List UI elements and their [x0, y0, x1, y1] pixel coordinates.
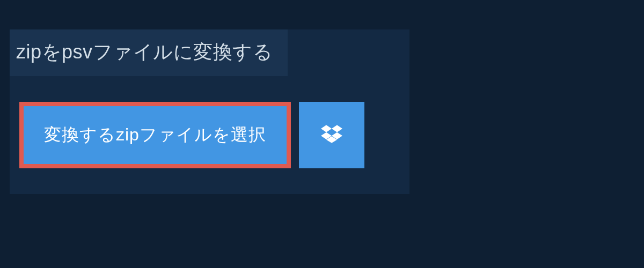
select-file-button[interactable]: 変換するzipファイルを選択	[19, 102, 291, 168]
dropbox-button[interactable]	[299, 102, 364, 168]
dropbox-icon	[321, 123, 342, 147]
page-title: zipをpsvファイルに変換する	[16, 39, 273, 65]
button-row: 変換するzipファイルを選択	[19, 102, 409, 168]
select-file-label: 変換するzipファイルを選択	[44, 123, 266, 147]
converter-panel: zipをpsvファイルに変換する 変換するzipファイルを選択	[10, 29, 409, 194]
heading-wrap: zipをpsvファイルに変換する	[10, 29, 288, 76]
